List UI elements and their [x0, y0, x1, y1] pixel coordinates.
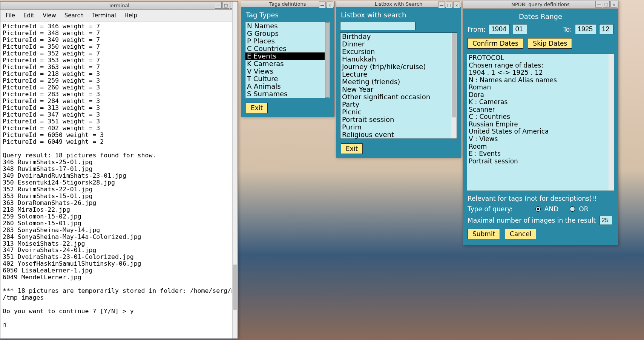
terminal-scrollbar[interactable]: [232, 2, 238, 338]
events-scrollbar[interactable]: [451, 33, 457, 138]
maximize-icon[interactable]: □: [446, 2, 452, 8]
maximize-icon[interactable]: □: [222, 2, 229, 9]
tag-type-item[interactable]: E Events: [245, 52, 330, 60]
tag-type-item[interactable]: T Culture: [245, 75, 330, 83]
tag-type-item[interactable]: P Places: [245, 37, 330, 45]
minimize-icon[interactable]: —: [595, 1, 602, 8]
and-label: AND: [544, 205, 558, 213]
to-month-input[interactable]: [599, 24, 613, 34]
event-item[interactable]: Lecture: [340, 71, 457, 78]
protocol-line: Portrait session: [469, 158, 612, 165]
query-titlebar[interactable]: NPDB: query definitions — □ ⨉: [463, 0, 618, 9]
close-icon[interactable]: ⨉: [453, 2, 460, 8]
terminal-output[interactable]: PictureId = 346 weight = 7 PictureId = 3…: [0, 22, 238, 338]
event-item[interactable]: Hanukkah: [340, 55, 457, 63]
minimize-icon[interactable]: —: [215, 2, 222, 9]
max-images-input[interactable]: [600, 216, 612, 225]
and-radio[interactable]: [535, 206, 541, 212]
tag-type-item[interactable]: A Animals: [245, 83, 330, 90]
tags-scrollbar-thumb[interactable]: [325, 22, 330, 98]
protocol-line: Room: [469, 143, 612, 151]
to-year-input[interactable]: [575, 24, 596, 34]
protocol-line: V : Views: [469, 135, 612, 143]
protocol-scrollbar[interactable]: [609, 54, 614, 191]
tags-header: Tag Types: [243, 9, 333, 21]
events-listbox[interactable]: BirthdayDinnerExcursionHanukkahJourney (…: [340, 32, 457, 139]
terminal-window: Terminal — □ ⨉ File Edit View Search Ter…: [0, 1, 238, 339]
menu-terminal[interactable]: Terminal: [88, 11, 120, 20]
minimize-icon[interactable]: —: [438, 2, 445, 8]
tag-type-item[interactable]: V Views: [245, 68, 330, 75]
protocol-line: PROTOCOL: [469, 54, 612, 62]
menu-file[interactable]: File: [2, 11, 19, 20]
from-month-input[interactable]: [513, 24, 527, 34]
protocol-line: K : Cameras: [469, 98, 612, 106]
tags-scrollbar[interactable]: [325, 22, 330, 98]
protocol-line: Chosen range of dates:: [469, 62, 612, 69]
event-item[interactable]: Excursion: [340, 48, 457, 55]
relevant-note: Relevant for tags (not for descriptions)…: [468, 195, 597, 202]
close-icon[interactable]: ⨉: [327, 2, 333, 8]
event-item[interactable]: Journey (trip/hike/cruise): [340, 63, 457, 71]
protocol-line: Russian Empire: [469, 121, 612, 128]
search-input[interactable]: [340, 22, 416, 30]
menu-view[interactable]: View: [39, 11, 60, 20]
listbox-header: Listbox with search: [338, 9, 459, 21]
menu-search[interactable]: Search: [61, 11, 88, 20]
query-window: NPDB: query definitions — □ ⨉ Dates Rang…: [463, 0, 618, 245]
submit-button[interactable]: Submit: [468, 229, 500, 239]
listbox-window: Listbox with Search — □ ⨉ Listbox with s…: [336, 1, 461, 157]
terminal-scrollbar-thumb[interactable]: [233, 265, 237, 310]
event-item[interactable]: New Year: [340, 86, 457, 93]
type-of-query-label: Type of query:: [468, 205, 513, 213]
max-images-label: Maximal number of images in the result: [468, 217, 596, 224]
maximize-icon[interactable]: □: [603, 1, 610, 8]
tag-type-item[interactable]: C Countries: [245, 45, 330, 52]
terminal-titlebar[interactable]: Terminal — □ ⨉: [0, 2, 238, 10]
confirm-dates-button[interactable]: Confirm Dates: [468, 38, 523, 49]
event-item[interactable]: Purim: [340, 123, 457, 131]
skip-dates-button[interactable]: Skip Dates: [528, 38, 572, 49]
event-item[interactable]: Party: [340, 101, 457, 108]
menu-help[interactable]: Help: [121, 11, 141, 20]
protocol-line: E : Events: [469, 150, 612, 158]
event-item[interactable]: Birthday: [340, 33, 457, 40]
tags-title: Tags defintions: [269, 1, 306, 7]
listbox-title: Listbox with Search: [375, 1, 423, 7]
protocol-box[interactable]: PROTOCOLChosen range of dates:1904 . 1 <…: [467, 53, 614, 191]
dates-range-header: Dates Range: [465, 10, 616, 23]
minimize-icon[interactable]: —: [319, 2, 326, 8]
tag-type-item[interactable]: N Names: [245, 22, 330, 30]
tags-titlebar[interactable]: Tags defintions — ⨉: [241, 1, 334, 7]
menu-edit[interactable]: Edit: [20, 11, 38, 20]
event-item[interactable]: Meeting (friends): [340, 78, 457, 86]
tag-type-item[interactable]: G Groups: [245, 30, 330, 37]
event-item[interactable]: Religious event: [340, 131, 457, 138]
event-item[interactable]: Picnic: [340, 108, 457, 116]
to-label: To:: [563, 26, 572, 33]
cancel-button[interactable]: Cancel: [505, 229, 537, 239]
tag-type-item[interactable]: S Surnames: [245, 90, 330, 98]
tags-window: Tags defintions — ⨉ Tag Types N NamesG G…: [241, 1, 334, 117]
listbox-exit-button[interactable]: Exit: [341, 143, 363, 154]
or-radio[interactable]: [570, 206, 575, 212]
or-label: OR: [579, 205, 588, 213]
from-year-input[interactable]: [489, 24, 510, 34]
protocol-line: Scanner: [469, 106, 612, 114]
event-item[interactable]: Other significant occasion: [340, 93, 457, 101]
events-scrollbar-thumb[interactable]: [452, 33, 456, 117]
tag-type-item[interactable]: K Cameras: [245, 60, 330, 68]
tags-exit-button[interactable]: Exit: [246, 103, 268, 113]
event-item[interactable]: Dinner: [340, 40, 457, 48]
query-title: NPDB: query definitions: [511, 2, 570, 7]
from-label: From:: [468, 26, 486, 33]
protocol-line: 1904 . 1 <-> 1925 . 12: [469, 69, 612, 77]
listbox-titlebar[interactable]: Listbox with Search — □ ⨉: [336, 1, 461, 7]
protocol-line: United States of America: [469, 128, 612, 135]
protocol-line: Roman: [469, 84, 612, 91]
tags-listbox[interactable]: N NamesG GroupsP PlacesC CountriesE Even…: [245, 22, 330, 98]
protocol-line: N : Names and Alias names: [469, 77, 612, 84]
close-icon[interactable]: ⨉: [610, 1, 617, 8]
event-item[interactable]: Portrait session: [340, 116, 457, 123]
terminal-title: Terminal: [109, 3, 129, 8]
